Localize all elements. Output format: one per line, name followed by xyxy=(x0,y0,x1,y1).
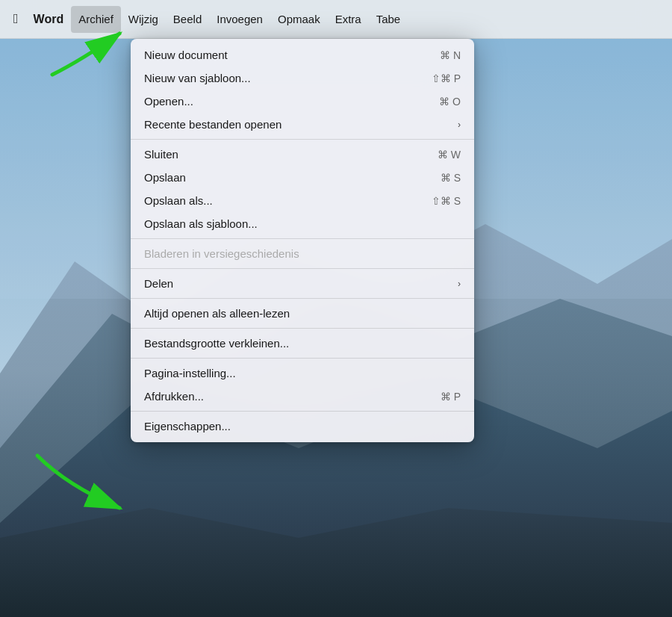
menu-item-opslaan-als-sjabloon[interactable]: Opslaan als sjabloon... xyxy=(131,212,474,235)
menu-separator xyxy=(131,298,474,299)
menu-item-label: Afdrukken... xyxy=(144,390,441,403)
submenu-chevron-icon: › xyxy=(458,120,461,130)
menubar-beeld[interactable]: Beeld xyxy=(166,6,209,33)
menu-item-nieuw-sjabloon[interactable]: Nieuw van sjabloon... ⇧⌘ P xyxy=(131,66,474,90)
menu-item-shortcut: ⇧⌘ P xyxy=(432,72,461,84)
menu-item-shortcut: ⌘ N xyxy=(440,49,461,61)
menu-item-eigenschappen[interactable]: Eigenschappen... xyxy=(131,415,474,438)
menu-item-label: Altijd openen als alleen-lezen xyxy=(144,307,461,320)
menu-separator xyxy=(131,268,474,269)
menu-item-shortcut: ⇧⌘ S xyxy=(432,195,461,207)
menu-item-openen[interactable]: Openen... ⌘ O xyxy=(131,90,474,113)
menu-item-pagina-instelling[interactable]: Pagina-instelling... xyxy=(131,362,474,385)
menubar-opmaak[interactable]: Opmaak xyxy=(270,6,328,33)
apple-menu[interactable]:  xyxy=(6,6,26,33)
menu-item-shortcut: ⌘ O xyxy=(439,96,461,108)
menu-item-label: Opslaan als... xyxy=(144,194,432,207)
menu-separator xyxy=(131,411,474,412)
menu-item-delen[interactable]: Delen › xyxy=(131,272,474,295)
menu-item-nieuw-document[interactable]: Nieuw document ⌘ N xyxy=(131,43,474,66)
menu-item-shortcut: ⌘ W xyxy=(438,149,461,161)
submenu-chevron-icon: › xyxy=(458,279,461,289)
menu-item-recente-bestanden[interactable]: Recente bestanden openen › xyxy=(131,113,474,136)
menubar-tabe[interactable]: Tabe xyxy=(369,6,408,33)
menu-item-label: Nieuw document xyxy=(144,49,440,61)
menu-separator xyxy=(131,238,474,239)
menu-item-label: Eigenschappen... xyxy=(144,420,461,432)
menu-item-label: Delen xyxy=(144,277,458,290)
menubar-invoegen[interactable]: Invoegen xyxy=(209,6,270,33)
menu-item-altijd-openen[interactable]: Altijd openen als alleen-lezen xyxy=(131,302,474,325)
menu-item-sluiten[interactable]: Sluiten ⌘ W xyxy=(131,143,474,166)
menu-separator xyxy=(131,358,474,359)
menu-item-label: Nieuw van sjabloon... xyxy=(144,72,432,84)
menu-item-shortcut: ⌘ P xyxy=(441,391,461,403)
menubar-extra[interactable]: Extra xyxy=(328,6,369,33)
menu-separator xyxy=(131,328,474,329)
menubar:  Word Archief Wijzig Beeld Invoegen Opm… xyxy=(0,0,672,39)
menu-item-opslaan[interactable]: Opslaan ⌘ S xyxy=(131,166,474,189)
menu-item-label: Openen... xyxy=(144,95,439,108)
menu-item-shortcut: ⌘ S xyxy=(441,172,461,184)
menubar-wijzig[interactable]: Wijzig xyxy=(121,6,166,33)
menu-item-bladeren: Bladeren in versiegeschiedenis xyxy=(131,242,474,265)
menu-item-label: Sluiten xyxy=(144,148,438,161)
menu-item-label: Bestandsgrootte verkleinen... xyxy=(144,337,461,350)
menu-item-label: Pagina-instelling... xyxy=(144,367,461,379)
menu-item-label: Recente bestanden openen xyxy=(144,118,458,131)
menu-item-label: Opslaan xyxy=(144,171,441,184)
menubar-archief[interactable]: Archief xyxy=(71,6,121,33)
menu-separator xyxy=(131,139,474,140)
menu-item-bestandsgrootte[interactable]: Bestandsgrootte verkleinen... xyxy=(131,332,474,355)
menu-item-label: Bladeren in versiegeschiedenis xyxy=(144,247,461,260)
archief-dropdown-menu: Nieuw document ⌘ N Nieuw van sjabloon...… xyxy=(131,39,474,442)
menu-item-label: Opslaan als sjabloon... xyxy=(144,217,461,230)
menu-item-afdrukken[interactable]: Afdrukken... ⌘ P xyxy=(131,385,474,408)
menubar-word[interactable]: Word xyxy=(26,6,72,33)
menu-item-opslaan-als[interactable]: Opslaan als... ⇧⌘ S xyxy=(131,189,474,212)
